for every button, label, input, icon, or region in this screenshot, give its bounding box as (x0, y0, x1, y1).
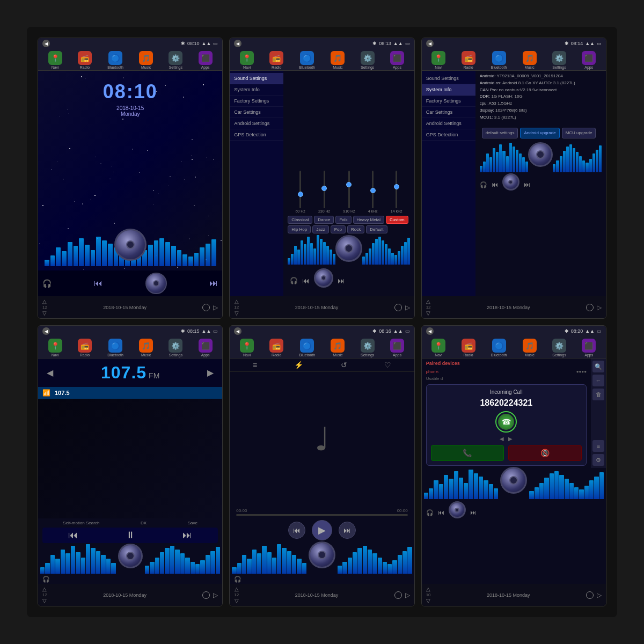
music-play-btn[interactable]: ▶ (312, 520, 332, 540)
bt-menu-btn[interactable]: ≡ (592, 440, 604, 452)
nav-radio-6[interactable]: 📻 Radio (462, 339, 475, 357)
nav-navi-2[interactable]: 📍 Navi (240, 51, 254, 69)
nav-music-4[interactable]: 🎵 Music (139, 339, 153, 357)
nav-apps-5[interactable]: ⬛ Apps (390, 339, 404, 357)
nav-settings-1[interactable]: ⚙️ Settings (169, 51, 182, 69)
default-settings-btn[interactable]: default settings (482, 128, 518, 139)
reject-call-btn[interactable]: 📵 (508, 445, 582, 461)
eq-thumb-230hz[interactable] (321, 186, 327, 191)
next-3[interactable]: ⏭ (524, 180, 530, 190)
eq-track-14khz[interactable] (396, 171, 397, 208)
repeat-icon[interactable]: ↺ (341, 361, 347, 369)
preset-rock[interactable]: Rock (347, 225, 364, 233)
up-arrow-4[interactable]: △ (42, 586, 47, 592)
music-next-btn[interactable]: ⏭ (339, 522, 356, 539)
fm-pause-btn[interactable]: ⏸ (126, 530, 135, 541)
menu-gps-detection[interactable]: GPS Detection (230, 129, 283, 141)
eq-thumb-14khz[interactable] (394, 184, 399, 189)
back-icon-3[interactable]: ◀ (426, 40, 434, 47)
eq-thumb-4khz[interactable] (370, 188, 376, 193)
nav-music-2[interactable]: 🎵 Music (331, 51, 345, 69)
nav-bt-4[interactable]: 🔵 Bluetooth (107, 339, 123, 357)
equalizer-icon[interactable]: ⚡ (294, 361, 303, 369)
menu-sound-settings[interactable]: Sound Settings (230, 73, 283, 84)
nav-navi-5[interactable]: 📍 Navi (240, 339, 254, 357)
preset-folk[interactable]: Folk (335, 216, 351, 224)
up-arrow-6[interactable]: △ (426, 586, 430, 592)
freq-down-arrow[interactable]: ◀ (47, 368, 53, 378)
prev-btn-1[interactable]: ⏮ (94, 279, 103, 288)
bt-back-btn[interactable]: ← (592, 375, 604, 386)
nav-navi-3[interactable]: 📍 Navi (431, 51, 445, 69)
call-next-arrow[interactable]: ▶ (508, 436, 513, 442)
android-upgrade-btn[interactable]: Android upgrade (520, 128, 559, 139)
preset-custom[interactable]: Custom (386, 216, 408, 224)
back-icon-5[interactable]: ◀ (234, 327, 241, 335)
down-arrow-4[interactable]: ▽ (42, 598, 47, 604)
mcu-upgrade-btn[interactable]: MCU upgrade (562, 128, 596, 139)
preset-classical[interactable]: Classical (288, 216, 312, 224)
down-arrow-5[interactable]: ▽ (235, 598, 239, 604)
menu-sound-3[interactable]: Sound Settings (422, 73, 475, 84)
bt-search-btn[interactable]: 🔍 (592, 361, 604, 372)
up-arrow-2[interactable]: △ (235, 298, 239, 304)
nav-bt-1[interactable]: 🔵 Bluetooth (107, 51, 123, 69)
nav-radio-1[interactable]: 📻 Radio (78, 51, 92, 69)
down-arrow-3[interactable]: ▽ (426, 310, 430, 316)
bottom-right-arrow-5[interactable]: ▷ (405, 591, 410, 599)
nav-apps-6[interactable]: ⬛ Apps (582, 339, 596, 357)
dx-btn[interactable]: DX (141, 521, 147, 525)
prev-3[interactable]: ⏮ (492, 180, 498, 190)
preset-pop[interactable]: Pop (331, 225, 346, 233)
menu-car-3[interactable]: Car Settings (422, 107, 475, 118)
next-6[interactable]: ⏭ (470, 509, 477, 516)
nav-settings-6[interactable]: ⚙️ Settings (552, 339, 566, 357)
up-arrow-5[interactable]: △ (235, 586, 239, 592)
eq-thumb-910hz[interactable] (346, 182, 352, 187)
nav-apps-3[interactable]: ⬛ Apps (582, 51, 596, 69)
nav-radio-5[interactable]: 📻 Radio (269, 339, 283, 357)
nav-navi-6[interactable]: 📍 Navi (431, 339, 445, 357)
nav-navi-1[interactable]: 📍 Navi (48, 51, 62, 69)
accept-call-btn[interactable]: 📞 (431, 445, 504, 461)
bottom-right-arrow-6[interactable]: ▷ (597, 591, 602, 599)
preset-hiphop[interactable]: Hip Hop (288, 225, 311, 233)
preset-dance[interactable]: Dance (314, 216, 334, 224)
menu-android-3[interactable]: Android Settings (422, 118, 475, 129)
eq-track-230hz[interactable] (324, 171, 325, 208)
eq-track-910hz[interactable] (348, 171, 350, 208)
call-prev-arrow[interactable]: ◀ (500, 436, 504, 442)
menu-system-info-3[interactable]: System Info (422, 84, 475, 96)
nav-music-6[interactable]: 🎵 Music (523, 339, 537, 357)
down-arrow-6[interactable]: ▽ (426, 598, 430, 604)
nav-apps-1[interactable]: ⬛ Apps (199, 51, 213, 69)
back-icon-2[interactable]: ◀ (234, 40, 241, 47)
nav-settings-4[interactable]: ⚙️ Settings (169, 339, 182, 357)
nav-settings-5[interactable]: ⚙️ Settings (361, 339, 375, 357)
preset-jazz[interactable]: Jazz (312, 225, 328, 233)
nav-bt-2[interactable]: 🔵 Bluetooth (299, 51, 316, 69)
eq-track-4khz[interactable] (372, 171, 374, 208)
save-btn[interactable]: Save (188, 521, 197, 525)
menu-system-info[interactable]: System Info (230, 84, 283, 96)
nav-music-3[interactable]: 🎵 Music (523, 51, 537, 69)
playlist-icon[interactable]: ≡ (253, 361, 257, 369)
nav-settings-3[interactable]: ⚙️ Settings (552, 51, 566, 69)
menu-factory-3[interactable]: Factory Settings (422, 96, 475, 107)
bottom-right-arrow-3[interactable]: ▷ (597, 304, 602, 311)
nav-settings-2[interactable]: ⚙️ Settings (361, 51, 375, 69)
up-arrow-3[interactable]: △ (426, 298, 430, 304)
up-arrow-1[interactable]: △ (42, 298, 47, 304)
nav-music-5[interactable]: 🎵 Music (331, 339, 345, 357)
fm-next-btn[interactable]: ⏭ (182, 530, 192, 541)
nav-radio-2[interactable]: 📻 Radio (269, 51, 283, 69)
freq-up-arrow[interactable]: ▶ (207, 368, 214, 378)
bt-settings-side-btn[interactable]: ⚙ (592, 454, 604, 466)
nav-apps-2[interactable]: ⬛ Apps (390, 51, 404, 69)
bottom-right-arrow-2[interactable]: ▷ (405, 304, 410, 311)
next-btn-1[interactable]: ⏭ (209, 279, 218, 288)
bottom-right-arrow-1[interactable]: ▷ (213, 304, 218, 311)
menu-car-settings[interactable]: Car Settings (230, 107, 283, 118)
music-prev-btn[interactable]: ⏮ (288, 522, 305, 539)
eq-thumb-60hz[interactable] (298, 192, 303, 197)
